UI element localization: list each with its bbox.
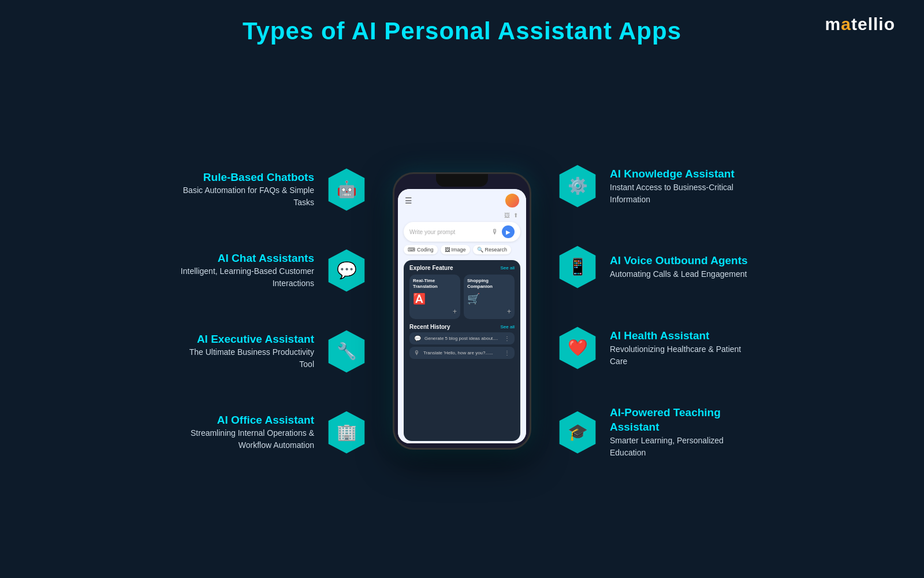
item-title-knowledge: AI Knowledge Assistant bbox=[610, 167, 748, 181]
voice-icon: 📱 bbox=[568, 259, 588, 275]
item-desc-voice: Automating Calls & Lead Engagement bbox=[610, 268, 748, 280]
hex-icon-voice: 📱 bbox=[554, 244, 601, 290]
add-shopping-button[interactable]: + bbox=[507, 307, 511, 316]
hex-icon-teaching: 🎓 bbox=[554, 409, 601, 455]
list-item: AI Voice Outbound Agents Automating Call… bbox=[554, 244, 748, 290]
health-icon: ❤️ bbox=[568, 340, 588, 356]
history-item-2[interactable]: 🎙 Translate 'Hello, how are you?...... ⋮ bbox=[409, 347, 515, 359]
chip-research[interactable]: 🔍 Research bbox=[473, 245, 512, 254]
shopping-icon: 🛒 bbox=[467, 292, 511, 305]
office-icon: 🏢 bbox=[337, 424, 357, 440]
item-desc-chat: Intelligent, Learning-Based Customer Int… bbox=[176, 265, 314, 290]
knowledge-icon: ⚙️ bbox=[568, 178, 588, 194]
item-text-voice: AI Voice Outbound Agents Automating Call… bbox=[610, 254, 748, 280]
history-text-2: Translate 'Hello, how are you?...... bbox=[423, 350, 501, 355]
recent-header: Recent History See all bbox=[409, 324, 515, 330]
list-item: AI-Powered Teaching Assistant Smarter Le… bbox=[554, 406, 762, 458]
search-placeholder: Write your prompt bbox=[409, 229, 488, 235]
history-icon-1: 💬 bbox=[414, 335, 421, 342]
search-submit-button[interactable]: ▶ bbox=[502, 225, 515, 238]
page-title: Types of AI Personal Assistant Apps bbox=[0, 0, 924, 45]
menu-icon: ☰ bbox=[405, 196, 412, 205]
item-title-voice: AI Voice Outbound Agents bbox=[610, 254, 748, 268]
phone-body: 🖼 ⬆ Write your prompt 🎙 ▶ ⌨ Coding bbox=[398, 210, 526, 443]
phone-screen: ☰ 🖼 ⬆ Write your prompt 🎙 ▶ bbox=[398, 189, 526, 443]
main-layout: Rule-Based Chatbots Basic Automation for… bbox=[0, 51, 924, 571]
teaching-icon: 🎓 bbox=[568, 424, 588, 440]
item-desc-office: Streamlining Internal Operations & Workf… bbox=[176, 427, 314, 451]
code-icon: ⌨ bbox=[408, 247, 415, 253]
see-all-history[interactable]: See all bbox=[501, 324, 515, 329]
hex-icon-executive: 🔧 bbox=[323, 328, 370, 375]
item-text-office: AI Office Assistant Streamlining Interna… bbox=[176, 413, 314, 452]
see-all-explore[interactable]: See all bbox=[501, 265, 515, 271]
item-title-rule-based: Rule-Based Chatbots bbox=[176, 171, 314, 185]
phone-header: ☰ bbox=[398, 189, 526, 210]
image-icon: 🖼 bbox=[504, 212, 510, 218]
item-text-knowledge: AI Knowledge Assistant Instant Access to… bbox=[610, 167, 748, 206]
phone-mockup: ☰ 🖼 ⬆ Write your prompt 🎙 ▶ bbox=[381, 172, 543, 450]
feature-card-shopping[interactable]: Shopping Companion 🛒 + bbox=[464, 275, 515, 319]
logo: matellio bbox=[825, 14, 895, 34]
chip-image[interactable]: 🖼 Image bbox=[441, 245, 470, 254]
media-icons: 🖼 ⬆ bbox=[404, 212, 520, 218]
list-item: Rule-Based Chatbots Basic Automation for… bbox=[176, 166, 370, 213]
item-desc-health: Revolutionizing Healthcare & Patient Car… bbox=[610, 343, 748, 368]
list-item: AI Health Assistant Revolutionizing Heal… bbox=[554, 325, 748, 371]
chat-icon: 💬 bbox=[337, 262, 357, 279]
item-title-chat: AI Chat Assistants bbox=[176, 251, 314, 266]
mic-icon: 🎙 bbox=[491, 228, 498, 236]
executive-icon: 🔧 bbox=[337, 343, 357, 360]
hex-icon-rule-based: 🤖 bbox=[323, 166, 370, 213]
feature-card-translation[interactable]: Real-Time Translation 🅰️ + bbox=[409, 275, 460, 319]
robot-icon: 🤖 bbox=[337, 181, 357, 198]
item-title-teaching: AI-Powered Teaching Assistant bbox=[610, 406, 762, 434]
translation-icon: 🅰️ bbox=[413, 292, 457, 305]
left-column: Rule-Based Chatbots Basic Automation for… bbox=[162, 166, 381, 455]
search-bar[interactable]: Write your prompt 🎙 ▶ bbox=[404, 222, 520, 242]
item-desc-knowledge: Instant Access to Business-Critical Info… bbox=[610, 181, 748, 206]
hex-icon-health: ❤️ bbox=[554, 325, 601, 371]
hex-icon-chat: 💬 bbox=[323, 247, 370, 294]
history-icon-2: 🎙 bbox=[414, 350, 420, 356]
list-item: AI Chat Assistants Intelligent, Learning… bbox=[176, 247, 370, 294]
item-desc-executive: The Ultimate Business Productivity Tool bbox=[176, 346, 314, 370]
chip-coding[interactable]: ⌨ Coding bbox=[404, 245, 438, 254]
item-title-health: AI Health Assistant bbox=[610, 329, 748, 343]
item-text-rule-based: Rule-Based Chatbots Basic Automation for… bbox=[176, 171, 314, 209]
share-icon: ⬆ bbox=[513, 212, 518, 218]
history-text-1: Generate 5 blog post ideas about.... bbox=[424, 336, 501, 341]
recent-history-title: Recent History bbox=[409, 324, 450, 330]
item-title-office: AI Office Assistant bbox=[176, 413, 314, 428]
right-column: AI Knowledge Assistant Instant Access to… bbox=[543, 163, 762, 458]
add-translation-button[interactable]: + bbox=[453, 307, 457, 316]
item-desc-rule-based: Basic Automation for FAQs & Simple Tasks bbox=[176, 184, 314, 209]
card-title-shopping: Shopping Companion bbox=[467, 278, 511, 289]
dark-section: Explore Feature See all Real-Time Transl… bbox=[404, 260, 520, 441]
list-item: AI Knowledge Assistant Instant Access to… bbox=[554, 163, 748, 209]
history-item-1[interactable]: 💬 Generate 5 blog post ideas about.... ⋮ bbox=[409, 332, 515, 344]
research-icon: 🔍 bbox=[477, 247, 483, 253]
hex-icon-office: 🏢 bbox=[323, 409, 370, 455]
item-text-chat: AI Chat Assistants Intelligent, Learning… bbox=[176, 251, 314, 290]
hex-icon-knowledge: ⚙️ bbox=[554, 163, 601, 209]
chip-group: ⌨ Coding 🖼 Image 🔍 Research bbox=[404, 245, 520, 254]
image-chip-icon: 🖼 bbox=[445, 247, 450, 253]
history-menu-1[interactable]: ⋮ bbox=[504, 335, 510, 342]
explore-header: Explore Feature See all bbox=[409, 265, 515, 271]
item-text-teaching: AI-Powered Teaching Assistant Smarter Le… bbox=[610, 406, 762, 458]
list-item: AI Office Assistant Streamlining Interna… bbox=[176, 409, 370, 455]
feature-cards: Real-Time Translation 🅰️ + Shopping Comp… bbox=[409, 275, 515, 319]
phone-outer: ☰ 🖼 ⬆ Write your prompt 🎙 ▶ bbox=[393, 172, 531, 450]
explore-title: Explore Feature bbox=[409, 265, 453, 271]
history-menu-2[interactable]: ⋮ bbox=[504, 350, 510, 356]
item-desc-teaching: Smarter Learning, Personalized Education bbox=[610, 435, 748, 459]
item-text-executive: AI Executive Assistant The Ultimate Busi… bbox=[176, 332, 314, 371]
avatar bbox=[505, 194, 519, 208]
item-text-health: AI Health Assistant Revolutionizing Heal… bbox=[610, 329, 748, 368]
item-title-executive: AI Executive Assistant bbox=[176, 332, 314, 347]
list-item: AI Executive Assistant The Ultimate Busi… bbox=[176, 328, 370, 375]
phone-notch bbox=[436, 174, 488, 187]
card-title-translation: Real-Time Translation bbox=[413, 278, 457, 289]
